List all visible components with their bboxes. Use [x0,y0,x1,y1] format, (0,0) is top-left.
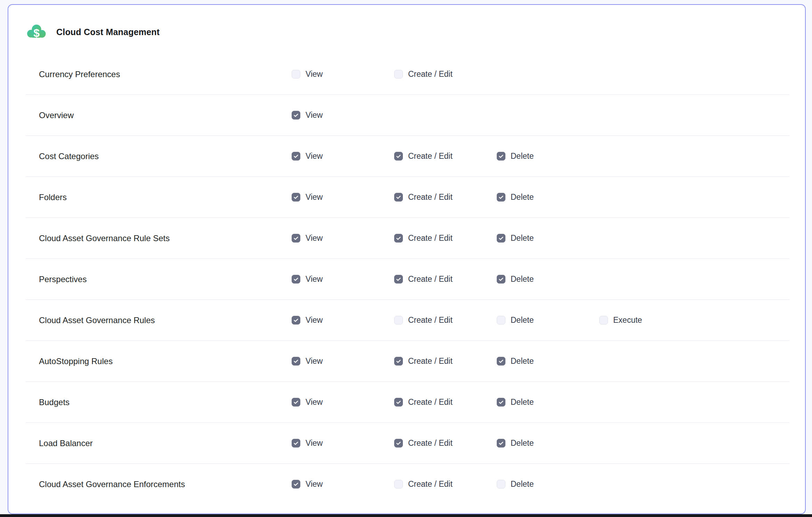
checkbox-label-create-edit[interactable]: Create / Edit [408,397,453,407]
checkbox-view[interactable] [292,193,300,202]
checkmark-icon [498,153,504,159]
checkmark-icon [396,399,401,405]
permission-cell-view: View [292,438,394,448]
checkbox-delete[interactable] [497,398,505,407]
checkbox-view[interactable] [292,439,300,448]
checkbox-view[interactable] [292,275,300,284]
checkbox-label-view[interactable]: View [306,397,323,407]
checkbox-label-view[interactable]: View [306,233,323,243]
checkbox-label-create-edit[interactable]: Create / Edit [408,69,453,79]
checkbox-label-delete[interactable]: Delete [511,315,534,325]
permission-cell-create-edit: Create / Edit [394,151,497,161]
checkbox-label-create-edit[interactable]: Create / Edit [408,315,453,325]
checkbox-label-create-edit[interactable]: Create / Edit [408,356,453,366]
permission-row-overview: OverviewView [8,95,805,136]
checkbox-label-create-edit[interactable]: Create / Edit [408,151,453,161]
permission-cell-delete: Delete [497,438,599,448]
permission-cell-create-edit: Create / Edit [394,274,497,284]
checkbox-label-delete[interactable]: Delete [511,192,534,202]
checkbox-create-edit[interactable] [394,480,403,489]
permission-cell-delete: Delete [497,479,599,489]
checkbox-label-delete[interactable]: Delete [511,479,534,489]
checkbox-delete[interactable] [497,193,505,202]
checkbox-label-view[interactable]: View [306,356,323,366]
checkbox-create-edit[interactable] [394,234,403,243]
checkbox-view[interactable] [292,234,300,243]
checkbox-create-edit[interactable] [394,193,403,202]
checkbox-label-view[interactable]: View [306,274,323,284]
checkbox-label-view[interactable]: View [306,479,323,489]
checkbox-view[interactable] [292,480,300,489]
permission-cell-create-edit: Create / Edit [394,397,497,407]
checkbox-create-edit[interactable] [394,70,403,79]
checkbox-delete[interactable] [497,480,505,489]
resource-name: Folders [39,192,292,202]
checkbox-label-view[interactable]: View [306,315,323,325]
checkbox-view[interactable] [292,152,300,161]
checkbox-label-delete[interactable]: Delete [511,151,534,161]
checkbox-view[interactable] [292,111,300,120]
permission-row-cloud-asset-governance-rules: Cloud Asset Governance RulesViewCreate /… [8,300,805,340]
checkbox-label-create-edit[interactable]: Create / Edit [408,479,453,489]
checkbox-delete[interactable] [497,275,505,284]
checkbox-delete[interactable] [497,316,505,325]
checkbox-delete[interactable] [497,234,505,243]
permission-cell-view: View [292,397,394,407]
checkbox-label-view[interactable]: View [306,151,323,161]
checkbox-label-create-edit[interactable]: Create / Edit [408,274,453,284]
checkbox-delete[interactable] [497,152,505,161]
checkbox-create-edit[interactable] [394,439,403,448]
permission-cell-delete: Delete [497,274,599,284]
checkbox-create-edit[interactable] [394,152,403,161]
checkbox-view[interactable] [292,398,300,407]
checkbox-label-delete[interactable]: Delete [511,233,534,243]
checkmark-icon [293,481,299,487]
module-header: $ Cloud Cost Management [8,5,805,41]
permission-cell-view: View [292,479,394,489]
checkbox-label-create-edit[interactable]: Create / Edit [408,192,453,202]
checkmark-icon [293,358,299,364]
permission-cell-delete: Delete [497,233,599,243]
checkmark-icon [498,440,504,446]
checkbox-label-delete[interactable]: Delete [511,397,534,407]
checkbox-label-view[interactable]: View [306,438,323,448]
checkmark-icon [293,112,299,118]
checkbox-label-delete[interactable]: Delete [511,274,534,284]
checkbox-label-delete[interactable]: Delete [511,356,534,366]
checkbox-label-create-edit[interactable]: Create / Edit [408,233,453,243]
resource-name: Cloud Asset Governance Enforcements [39,479,292,489]
checkbox-create-edit[interactable] [394,275,403,284]
permission-cell-create-edit: Create / Edit [394,69,497,79]
checkmark-icon [293,235,299,241]
permission-row-cost-categories: Cost CategoriesViewCreate / EditDelete [8,136,805,177]
permission-cell-delete: Delete [497,356,599,366]
page-title: Cloud Cost Management [56,27,160,37]
checkbox-view[interactable] [292,316,300,325]
checkbox-label-create-edit[interactable]: Create / Edit [408,438,453,448]
checkbox-delete[interactable] [497,439,505,448]
checkbox-label-execute[interactable]: Execute [613,315,642,325]
checkbox-execute[interactable] [599,316,608,325]
permissions-card: $ Cloud Cost Management Currency Prefere… [8,4,806,514]
permission-cell-view: View [292,315,394,325]
checkbox-view[interactable] [292,70,300,79]
checkbox-label-view[interactable]: View [306,110,323,120]
checkbox-delete[interactable] [497,357,505,366]
checkmark-icon [293,153,299,159]
permission-cell-delete: Delete [497,192,599,202]
checkmark-icon [396,153,401,159]
checkbox-create-edit[interactable] [394,357,403,366]
checkmark-icon [293,399,299,405]
checkmark-icon [396,276,401,282]
checkbox-label-view[interactable]: View [306,192,323,202]
permission-cell-view: View [292,151,394,161]
checkbox-label-delete[interactable]: Delete [511,438,534,448]
checkbox-create-edit[interactable] [394,398,403,407]
permission-cell-create-edit: Create / Edit [394,192,497,202]
permission-cell-execute: Execute [599,315,702,325]
checkbox-label-view[interactable]: View [306,69,323,79]
checkbox-create-edit[interactable] [394,316,403,325]
permission-cell-view: View [292,356,394,366]
resource-name: Cloud Asset Governance Rules [39,315,292,325]
checkbox-view[interactable] [292,357,300,366]
